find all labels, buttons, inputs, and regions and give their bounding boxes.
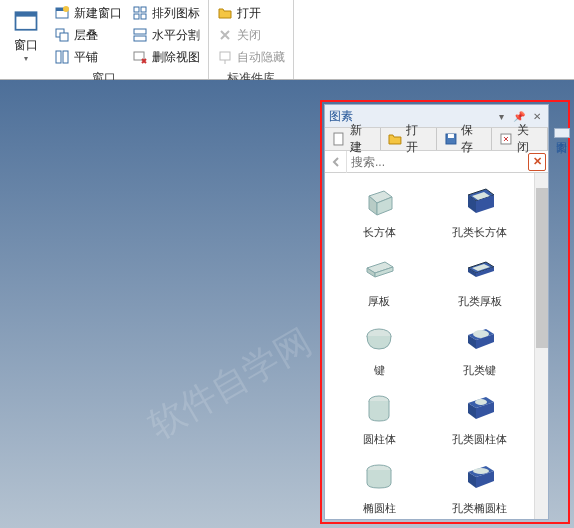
svg-rect-20 [447, 134, 453, 138]
svg-rect-8 [63, 51, 68, 63]
arrange-icons-button[interactable]: 排列图标 [128, 2, 204, 24]
new-icon [331, 131, 347, 147]
tb-close-button[interactable]: 关闭 [492, 128, 548, 150]
delete-view-button[interactable]: 删除视图 [128, 46, 204, 68]
cascade-icon [54, 27, 70, 43]
svg-rect-12 [141, 14, 146, 19]
svg-rect-13 [134, 29, 146, 34]
open-icon [387, 131, 403, 147]
panel-scrollbar[interactable] [534, 173, 548, 519]
hole-cylinder-icon [460, 388, 500, 428]
hsplit-button[interactable]: 水平分割 [128, 24, 204, 46]
window-icon [12, 7, 40, 35]
svg-rect-18 [334, 133, 343, 145]
panel-dropdown-icon[interactable]: ▾ [494, 109, 508, 123]
panel-close-icon[interactable]: ✕ [530, 109, 544, 123]
autohide-button: 自动隐藏 [213, 46, 289, 68]
clear-search-button[interactable]: ✕ [528, 153, 546, 171]
hsplit-icon [132, 27, 148, 43]
feature-key[interactable]: 键 [343, 317, 415, 380]
hole-slab-icon [460, 250, 500, 290]
scrollbar-thumb[interactable] [536, 188, 548, 348]
nav-back-button[interactable] [325, 151, 347, 173]
window-button[interactable]: 窗口 ▾ [4, 2, 48, 68]
ribbon: 窗口 ▾ 新建窗口 层叠 平铺 排列图标 水平分割 删除视图 窗口 打开 关闭 … [0, 0, 574, 80]
arrange-icon [132, 5, 148, 21]
feature-panel: 图素 ▾ 📌 ✕ 新建 打开 保存 关闭 ✕ 长方体 孔类长方体 [324, 104, 549, 520]
feature-hole-elliptic-cylinder[interactable]: 孔类椭圆柱 [444, 455, 516, 518]
feature-cuboid[interactable]: 长方体 [343, 179, 415, 242]
svg-rect-16 [220, 52, 230, 60]
panel-toolbar: 新建 打开 保存 关闭 [325, 127, 548, 151]
cascade-button[interactable]: 层叠 [50, 24, 126, 46]
feature-hole-cuboid[interactable]: 孔类长方体 [444, 179, 516, 242]
svg-point-27 [473, 468, 489, 474]
feature-elliptic-cylinder[interactable]: 椭圆柱 [343, 455, 415, 518]
tile-icon [54, 49, 70, 65]
svg-rect-14 [134, 36, 146, 41]
panel-body: 长方体 孔类长方体 厚板 孔类厚板 [325, 173, 548, 519]
panel-search-row: ✕ [325, 151, 548, 173]
slab-icon [359, 250, 399, 290]
window-button-label: 窗口 [14, 37, 38, 54]
svg-rect-11 [134, 14, 139, 19]
watermark: 软件自学网 [140, 318, 320, 450]
svg-point-25 [475, 399, 487, 405]
pin-icon [217, 49, 233, 65]
elliptic-cylinder-icon [359, 457, 399, 497]
svg-rect-7 [56, 51, 61, 63]
feature-hole-cylinder[interactable]: 孔类圆柱体 [444, 386, 516, 449]
hole-key-icon [460, 319, 500, 359]
chevron-down-icon: ▾ [24, 54, 28, 63]
tile-button[interactable]: 平铺 [50, 46, 126, 68]
close-icon [498, 131, 514, 147]
stdlib-close-button: 关闭 [213, 24, 289, 46]
panel-pin-icon[interactable]: 📌 [512, 109, 526, 123]
feature-hole-slab[interactable]: 孔类厚板 [444, 248, 516, 311]
svg-point-4 [63, 6, 69, 12]
feature-hole-key[interactable]: 孔类键 [444, 317, 516, 380]
cylinder-icon [359, 388, 399, 428]
search-input[interactable] [347, 155, 528, 169]
tb-save-button[interactable]: 保存 [437, 128, 493, 150]
delete-view-icon [132, 49, 148, 65]
hole-cuboid-icon [460, 181, 500, 221]
svg-rect-1 [16, 12, 37, 16]
feature-cylinder[interactable]: 圆柱体 [343, 386, 415, 449]
tb-new-button[interactable]: 新建 [325, 128, 381, 150]
open-icon [217, 5, 233, 21]
feature-slab[interactable]: 厚板 [343, 248, 415, 311]
stdlib-open-button[interactable]: 打开 [213, 2, 289, 24]
svg-rect-6 [60, 33, 68, 41]
key-icon [359, 319, 399, 359]
ribbon-group-stdlib: 打开 关闭 自动隐藏 标准件库 [209, 0, 294, 79]
back-arrow-icon [330, 156, 342, 168]
cuboid-icon [359, 181, 399, 221]
save-icon [443, 131, 459, 147]
close-icon [217, 27, 233, 43]
svg-rect-10 [141, 7, 146, 12]
side-tab-feature[interactable]: 图素 [554, 128, 570, 138]
svg-rect-9 [134, 7, 139, 12]
hole-elliptic-cylinder-icon [460, 457, 500, 497]
feature-grid: 长方体 孔类长方体 厚板 孔类厚板 [325, 173, 534, 519]
new-window-icon [54, 5, 70, 21]
tb-open-button[interactable]: 打开 [381, 128, 437, 150]
ribbon-group-window: 窗口 ▾ 新建窗口 层叠 平铺 排列图标 水平分割 删除视图 窗口 [0, 0, 209, 79]
new-window-button[interactable]: 新建窗口 [50, 2, 126, 24]
